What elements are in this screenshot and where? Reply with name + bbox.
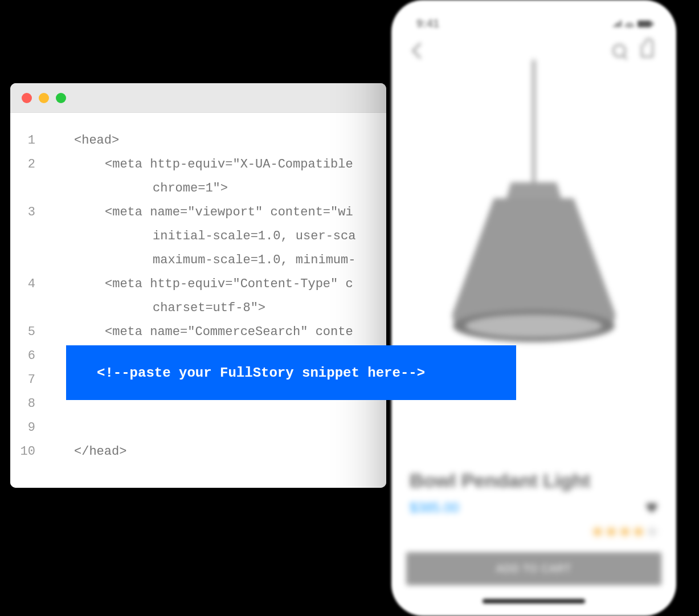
code-line: chrome=1"> [46, 177, 386, 201]
line-number: 9 [10, 416, 46, 440]
code-line: <meta name="CommerceSearch" conte [46, 320, 386, 344]
line-number: 8 [10, 392, 46, 416]
phone-mockup: 9:41 Bowl Pendant Light $385.00 [391, 0, 676, 616]
add-to-cart-label: ADD TO CART [496, 563, 571, 575]
line-number: 6 [10, 344, 46, 368]
window-minimize-icon[interactable] [39, 93, 49, 103]
line-number-gutter: 1 2 3 4 5 6 7 8 9 10 [10, 113, 46, 488]
wifi-icon [625, 21, 634, 27]
window-close-icon[interactable] [22, 93, 32, 103]
add-to-cart-button[interactable]: ADD TO CART [406, 552, 661, 585]
code-area[interactable]: <head> <meta http-equiv="X-UA-Compatible… [46, 113, 386, 488]
shopping-bag-icon[interactable] [641, 44, 653, 58]
code-line: <meta http-equiv="X-UA-Compatible [46, 153, 386, 177]
code-line [46, 416, 386, 440]
code-line: charset=utf-8"> [46, 296, 386, 320]
line-number: 10 [10, 440, 46, 464]
line-number: 7 [10, 368, 46, 392]
snippet-highlight-banner: <!--paste your FullStory snippet here--> [66, 345, 516, 400]
back-icon[interactable] [412, 43, 428, 59]
star-icon [592, 526, 603, 537]
rating-stars [410, 526, 658, 537]
code-line: <meta name="viewport" content="wi [46, 201, 386, 225]
star-icon [647, 526, 658, 537]
product-title: Bowl Pendant Light [410, 470, 658, 492]
star-icon [633, 526, 644, 537]
product-info: Bowl Pendant Light $385.00 [404, 455, 664, 541]
snippet-highlight-text: <!--paste your FullStory snippet here--> [97, 365, 425, 381]
heart-icon[interactable] [645, 501, 658, 514]
home-indicator[interactable] [483, 599, 585, 603]
pendant-lamp-icon [437, 60, 631, 379]
editor-body: 1 2 3 4 5 6 7 8 9 10 <head> <meta http-e… [10, 113, 386, 488]
code-editor-window: 1 2 3 4 5 6 7 8 9 10 <head> <meta http-e… [10, 83, 386, 488]
code-line: <head> [46, 129, 386, 153]
status-time: 9:41 [416, 17, 439, 30]
line-number: 4 [10, 272, 46, 320]
signal-icon [612, 21, 622, 27]
line-number: 5 [10, 320, 46, 344]
product-price: $385.00 [410, 500, 459, 516]
phone-nav-row [404, 36, 664, 60]
battery-icon [637, 21, 651, 27]
star-icon [619, 526, 631, 537]
code-line: </head> [46, 440, 386, 464]
line-number: 3 [10, 201, 46, 272]
line-number: 1 [10, 129, 46, 153]
code-line: maximum-scale=1.0, minimum- [46, 248, 386, 272]
code-line: <meta http-equiv="Content-Type" c [46, 272, 386, 296]
svg-point-2 [465, 315, 602, 337]
phone-status-bar: 9:41 [404, 17, 664, 36]
window-zoom-icon[interactable] [56, 93, 66, 103]
code-line: initial-scale=1.0, user-sca [46, 225, 386, 248]
line-number: 2 [10, 153, 46, 201]
editor-titlebar [10, 83, 386, 113]
search-icon[interactable] [612, 44, 626, 58]
star-icon [606, 526, 617, 537]
